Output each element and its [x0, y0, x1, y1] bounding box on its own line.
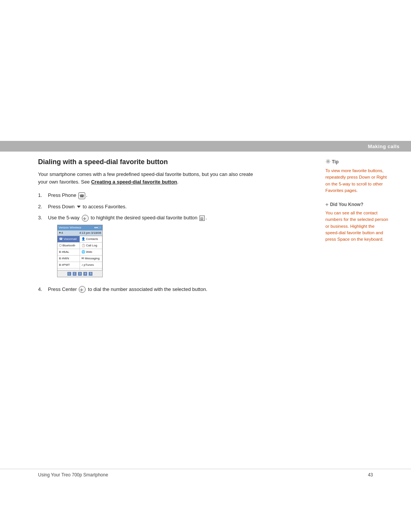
phone-cell-empty2 [80, 268, 102, 270]
center-icon [79, 286, 86, 293]
tip-section: ✳ Tip To view more favorite buttons, rep… [325, 158, 388, 194]
contacts-icon: 👤 [81, 237, 85, 241]
header-bar: Making calls [0, 141, 411, 152]
phone-cell-calllog: 📋 Call Log [80, 243, 102, 249]
creating-link[interactable]: Creating a speed-dial favorite button [91, 179, 177, 185]
time-display: 4:13 pm 3/18/06 [79, 231, 101, 235]
down-arrow-icon [77, 206, 81, 208]
page-4: 4 [83, 272, 87, 276]
dyk-section: + Did You Know? You can see all the cont… [325, 201, 388, 243]
footer: Using Your Treo 700p Smartphone 43 [0, 469, 411, 481]
phone-cell-pmt: B #PMT [57, 262, 80, 268]
footer-page: 43 [368, 472, 373, 478]
tip-text: To view more favorite buttons, repeatedl… [325, 168, 388, 194]
phone-cell-bal: B #BAL [57, 249, 80, 256]
dyk-plus-icon: + [325, 201, 328, 208]
min-label: #MIN [62, 256, 69, 261]
status-icons: ●●□↑ [94, 225, 102, 230]
small-box-icon [199, 216, 205, 221]
calllog-label: Call Log [86, 243, 97, 248]
page-5: 5 [89, 272, 92, 276]
steps-list: 1. Press Phone . 2. Press Down to access… [38, 192, 259, 293]
voicemail-label: Voicemail [64, 237, 76, 241]
tip-header: ✳ Tip [325, 158, 388, 165]
bal-icon: B [59, 250, 61, 254]
step-2-content: Press Down to access Favorites. [48, 203, 259, 211]
section-title: Dialing with a speed-dial favorite butto… [38, 158, 259, 166]
dyk-header: + Did You Know? [325, 201, 388, 208]
messaging-icon: ✉ [81, 256, 84, 261]
carrier-name: Verizon Wireless [59, 225, 81, 230]
phone-screenshot: Verizon Wireless ●●□↑ ✦4 4:13 pm 3/18/06… [57, 225, 103, 277]
phone-pagination: 1 2 3 4 5 [57, 270, 102, 277]
contacts-label: Contacts [86, 237, 98, 241]
phone-cell-web: 🌐 Web [80, 249, 102, 256]
step-1: 1. Press Phone . [38, 192, 259, 199]
main-content: Dialing with a speed-dial favorite butto… [38, 158, 259, 297]
phone-cell-empty1 [57, 268, 80, 270]
ptunes-icon: ♪ [81, 263, 83, 267]
phone-cell-ptunes: ♪ pTunes [80, 262, 102, 268]
step-2: 2. Press Down to access Favorites. [38, 203, 259, 211]
signal-strength: ✦4 [59, 231, 63, 235]
step-1-content: Press Phone . [48, 192, 259, 199]
phone-icon [78, 192, 85, 199]
step-4-content: Press Center to dial the number associat… [48, 286, 259, 293]
step-4-num: 4. [38, 286, 45, 293]
step-4: 4. Press Center to dial the number assoc… [38, 286, 259, 293]
page-3: 3 [78, 272, 82, 276]
pmt-label: #PMT [62, 263, 70, 267]
tip-asterisk-icon: ✳ [325, 158, 330, 165]
header-bar-title: Making calls [368, 144, 400, 149]
pmt-icon: B [59, 263, 61, 267]
intro-text-end: . [177, 179, 179, 185]
step-3-content: Use the 5-way to highlight the desired s… [48, 214, 259, 282]
bluetooth-icon: ⬡ [59, 243, 62, 248]
voicemail-icon: ☎ [59, 237, 63, 241]
5way-icon [82, 215, 89, 222]
step-3: 3. Use the 5-way to highlight the desire… [38, 214, 259, 282]
web-label: Web [86, 250, 92, 254]
bluetooth-label: Bluetooth [62, 243, 75, 248]
step-1-num: 1. [38, 192, 45, 199]
tip-label: Tip [332, 159, 339, 165]
footer-left: Using Your Treo 700p Smartphone [38, 472, 108, 478]
ptunes-label: pTunes [84, 263, 94, 267]
messaging-label: Messaging [85, 256, 100, 261]
phone-status-bar: ✦4 4:13 pm 3/18/06 [57, 230, 102, 236]
calllog-icon: 📋 [81, 243, 85, 248]
phone-cell-min: B #MIN [57, 256, 80, 262]
sidebar: ✳ Tip To view more favorite buttons, rep… [325, 158, 388, 250]
web-icon: 🌐 [81, 250, 85, 254]
intro-paragraph: Your smartphone comes with a few predefi… [38, 171, 259, 185]
min-icon: B [59, 256, 61, 261]
dyk-text: You can see all the contact numbers for … [325, 210, 388, 243]
bal-label: #BAL [62, 250, 69, 254]
dyk-label: Did You Know? [330, 202, 363, 207]
phone-cell-voicemail: ☎ Voicemail [57, 236, 80, 243]
phone-grid: ☎ Voicemail 👤 Contacts ⬡ Bluetooth 📋 [57, 236, 102, 270]
step-2-num: 2. [38, 203, 45, 211]
phone-cell-bluetooth: ⬡ Bluetooth [57, 243, 80, 249]
phone-cell-messaging: ✉ Messaging [80, 256, 102, 262]
phone-cell-contacts: 👤 Contacts [80, 236, 102, 243]
page-1: 1 [67, 272, 71, 276]
step-3-num: 3. [38, 214, 45, 222]
phone-top-bar: Verizon Wireless ●●□↑ [57, 225, 102, 230]
page-2: 2 [73, 272, 76, 276]
